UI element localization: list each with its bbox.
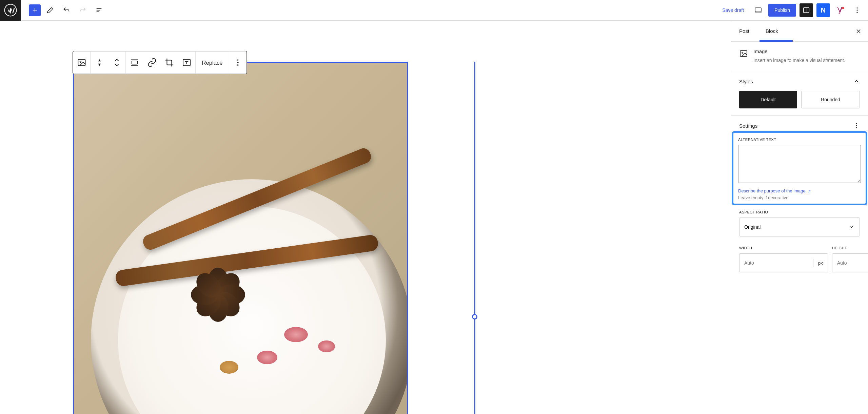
image-icon [739,49,748,58]
undo-button[interactable] [60,3,73,17]
svg-point-15 [80,61,81,62]
more-vertical-icon[interactable] [853,122,860,129]
alt-text-input[interactable] [738,145,861,183]
align-button[interactable] [126,51,143,74]
alt-text-label: ALTERNATIVE TEXT [738,138,861,142]
svg-rect-16 [132,61,137,64]
editor-topbar: Save draft Publish N [0,0,868,21]
redo-button [76,3,90,17]
yoast-button[interactable] [833,3,847,17]
replace-button[interactable]: Replace [196,51,229,74]
aspect-ratio-label: ASPECT RATIO [739,210,860,214]
height-input[interactable] [832,254,868,272]
text-overlay-button[interactable] [178,51,195,74]
svg-point-12 [856,9,857,11]
chevron-up-icon [853,78,860,85]
svg-point-26 [742,52,743,53]
options-button[interactable] [850,3,864,17]
svg-point-28 [856,125,857,126]
image-block[interactable] [73,62,408,414]
svg-rect-6 [755,8,761,12]
resize-handle[interactable] [472,314,477,319]
alt-text-highlight: ALTERNATIVE TEXT Describe the purpose of… [732,131,867,205]
drag-handle-icon[interactable] [91,51,108,74]
width-input[interactable] [739,254,808,272]
block-title: Image [753,48,845,54]
move-icon[interactable] [108,51,125,74]
width-label: WIDTH [739,246,828,250]
save-draft-button[interactable]: Save draft [718,5,748,16]
settings-heading: Settings [739,123,757,129]
link-button[interactable] [143,51,161,74]
style-default-button[interactable]: Default [739,91,797,108]
wordpress-logo[interactable] [0,0,21,21]
styles-panel-toggle[interactable]: Styles [739,78,860,85]
document-overview-button[interactable] [92,3,106,17]
alt-text-help-text: Leave empty if decorative. [738,195,861,200]
svg-point-29 [856,127,857,128]
tools-button[interactable] [43,3,57,17]
block-toolbar: Replace [73,51,247,74]
image-content [74,63,407,414]
block-more-options-button[interactable] [229,51,246,74]
svg-point-21 [237,62,238,63]
image-block-icon[interactable] [73,51,90,74]
tab-post[interactable]: Post [731,21,757,42]
external-link-icon: ↗ [808,189,811,193]
svg-rect-14 [78,59,85,66]
height-label: HEIGHT [832,246,868,250]
close-sidebar-button[interactable] [852,24,865,38]
settings-sidebar: Post Block Image Insert an image to make… [731,21,868,414]
svg-rect-25 [740,50,747,56]
editor-canvas[interactable]: Replace [0,21,731,414]
svg-point-27 [856,123,857,124]
plugin-n-button[interactable]: N [816,3,830,17]
aspect-ratio-select[interactable]: Original [739,218,860,236]
svg-point-11 [856,7,857,8]
alt-text-help-link[interactable]: Describe the purpose of the image.↗ [738,188,811,193]
sidebar-toggle-button[interactable] [800,3,813,17]
block-inserter-button[interactable] [29,4,41,16]
svg-point-22 [237,64,238,66]
settings-panel-toggle[interactable]: Settings [739,122,860,129]
crop-button[interactable] [161,51,178,74]
svg-point-13 [856,12,857,13]
style-rounded-button[interactable]: Rounded [801,91,860,108]
styles-heading: Styles [739,79,753,84]
width-unit[interactable]: px [808,254,828,272]
publish-button[interactable]: Publish [768,4,796,17]
tab-block[interactable]: Block [757,21,786,42]
preview-button[interactable] [751,3,765,17]
block-description: Insert an image to make a visual stateme… [753,57,845,64]
svg-point-10 [842,7,844,9]
svg-rect-8 [804,8,809,13]
svg-point-20 [237,59,238,61]
